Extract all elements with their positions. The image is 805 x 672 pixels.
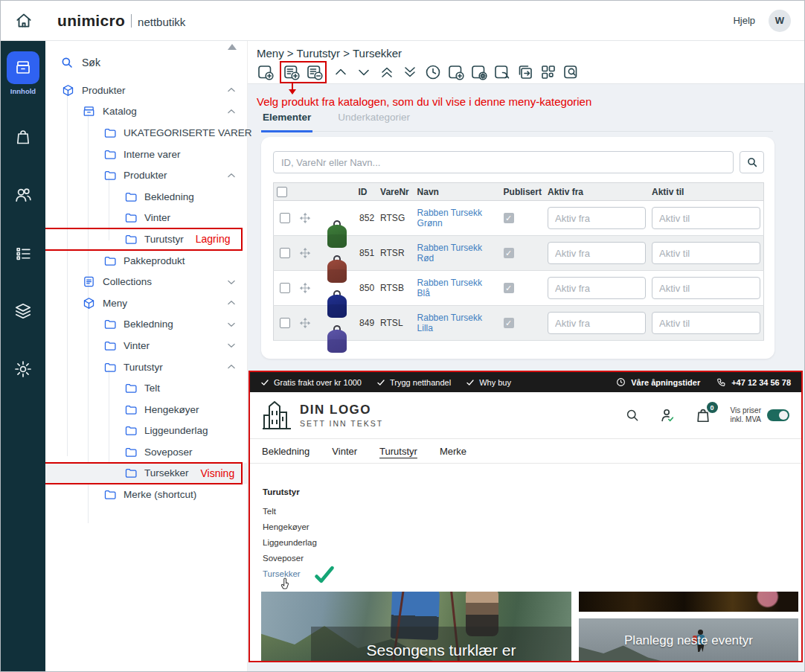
aktiv-fra-input[interactable]: [548, 312, 646, 334]
tree-item-meny[interactable]: Meny: [45, 292, 247, 314]
aktiv-fra-input[interactable]: [548, 242, 646, 264]
chevron-up-icon[interactable]: [226, 298, 237, 308]
search-input[interactable]: [273, 151, 734, 173]
aktiv-til-input[interactable]: [652, 242, 760, 264]
published-checkbox[interactable]: ✓: [504, 213, 514, 223]
chevron-up-icon[interactable]: [226, 85, 237, 95]
storefront-search-icon[interactable]: [625, 408, 640, 423]
chevron-down-icon[interactable]: [226, 340, 237, 351]
published-checkbox[interactable]: ✓: [504, 283, 514, 293]
home-icon[interactable]: [13, 10, 35, 32]
dropdown-item-soveposer[interactable]: Soveposer: [263, 554, 304, 563]
chevron-down-icon[interactable]: [226, 319, 237, 330]
drag-move-icon[interactable]: [299, 282, 316, 294]
tree-item-produkter[interactable]: Produkter: [45, 80, 247, 101]
tree-item-turutstyr[interactable]: Turutstyr: [45, 356, 247, 378]
tree-item-turutstyr[interactable]: TurutstyrLagring: [45, 228, 247, 250]
storefront-cart-icon[interactable]: 0: [695, 407, 711, 423]
tree-item-tursekker[interactable]: TursekkerVisning: [45, 463, 247, 484]
rail-item-layers-icon[interactable]: [7, 295, 39, 327]
folder-settings-icon[interactable]: [470, 63, 488, 81]
tree-item-produkter[interactable]: Produkter: [45, 164, 247, 186]
row-checkbox[interactable]: [280, 283, 290, 293]
published-checkbox[interactable]: ✓: [504, 318, 514, 328]
price-toggle[interactable]: Vis priser inkl. MVA: [731, 406, 790, 425]
aktiv-til-input[interactable]: [652, 312, 760, 334]
dropdown-item-telt[interactable]: Telt: [263, 507, 276, 516]
row-checkbox[interactable]: [280, 213, 290, 223]
storefront-nav-merke[interactable]: Merke: [440, 446, 466, 457]
storefront-nav-turutstyr[interactable]: Turutstyr: [379, 446, 417, 457]
preview-search-icon[interactable]: [562, 63, 580, 81]
tree-item-telt[interactable]: Telt: [45, 377, 247, 399]
toggle-switch-icon[interactable]: [767, 409, 789, 421]
move-bottom-icon[interactable]: [401, 63, 419, 81]
copy-move-icon[interactable]: [516, 63, 534, 81]
tree-item-vinter[interactable]: Vinter: [45, 208, 247, 229]
product-name-link[interactable]: Rabben Tursekk Lilla: [417, 313, 482, 333]
tree-item-liggeunderlag[interactable]: Liggeunderlag: [45, 420, 247, 442]
move-down-icon[interactable]: [355, 63, 373, 81]
storefront-nav-bekledning[interactable]: Bekledning: [262, 446, 310, 457]
move-up-icon[interactable]: [332, 63, 350, 81]
drag-move-icon[interactable]: [299, 317, 316, 329]
chevron-up-icon[interactable]: [226, 362, 237, 372]
tree-item-collections[interactable]: Collections: [45, 271, 247, 292]
rail-item-shopping-bag-icon[interactable]: [7, 121, 39, 153]
aktiv-fra-input[interactable]: [548, 207, 646, 229]
drag-move-icon[interactable]: [299, 212, 316, 224]
tree-item-bekledning[interactable]: Bekledning: [45, 314, 247, 336]
chevron-up-icon[interactable]: [226, 170, 237, 181]
dropdown-item-tursekker[interactable]: Tursekker: [263, 569, 301, 578]
aktiv-til-input[interactable]: [652, 207, 760, 229]
dropdown-item-liggeunderlag[interactable]: Liggeunderlag: [263, 538, 317, 547]
phone-number[interactable]: +47 12 34 56 78: [716, 377, 791, 387]
rail-item-bullet-list-icon[interactable]: [7, 237, 39, 269]
storefront-nav-vinter[interactable]: Vinter: [332, 446, 357, 457]
tree-item-merke-shortcut-[interactable]: Merke (shortcut): [45, 484, 247, 505]
product-name-link[interactable]: Rabben Tursekk Blå: [417, 278, 482, 298]
add-list-item-icon[interactable]: [283, 63, 301, 81]
storefront-account-icon[interactable]: [659, 407, 676, 423]
tab-elementer[interactable]: Elementer: [261, 112, 312, 132]
chevron-up-icon[interactable]: [226, 106, 237, 117]
tree-item-ukategoriserte-varer[interactable]: UKATEGORISERTE VARER: [45, 122, 247, 144]
rail-item-users-icon[interactable]: [7, 179, 39, 211]
product-name-link[interactable]: Rabben Tursekk Grønn: [417, 208, 482, 228]
remove-list-item-icon[interactable]: [306, 63, 324, 81]
history-clock-icon[interactable]: [424, 63, 442, 81]
tree-item-katalog[interactable]: Katalog: [45, 101, 247, 123]
tree-item-interne-varer[interactable]: Interne varer: [45, 144, 247, 165]
search-button[interactable]: [740, 151, 764, 173]
opening-hours[interactable]: Våre åpningstider: [616, 377, 700, 387]
rail-item-gear-icon[interactable]: [7, 353, 39, 385]
published-checkbox[interactable]: ✓: [504, 248, 514, 258]
row-checkbox[interactable]: [280, 248, 290, 258]
aktiv-til-input[interactable]: [652, 277, 760, 299]
row-checkbox[interactable]: [280, 318, 290, 328]
hero-banner-right-top[interactable]: [579, 592, 798, 612]
hero-banner-left[interactable]: Sesongens turklær er: [261, 592, 571, 662]
select-all-checkbox[interactable]: [277, 187, 287, 197]
scroll-up-icon[interactable]: [228, 44, 237, 50]
move-top-icon[interactable]: [378, 63, 396, 81]
rail-item-innhold[interactable]: Innhold: [7, 51, 39, 95]
aktiv-fra-input[interactable]: [548, 277, 646, 299]
tree-item-hengek-yer[interactable]: Hengekøyer: [45, 399, 247, 420]
add-folder-icon[interactable]: [447, 63, 465, 81]
help-link[interactable]: Hjelp: [733, 15, 755, 26]
product-name-link[interactable]: Rabben Tursekk Rød: [417, 243, 482, 263]
drag-move-icon[interactable]: [299, 247, 316, 259]
tree-item-soveposer[interactable]: Soveposer: [45, 441, 247, 463]
export-folder-icon[interactable]: [493, 63, 511, 81]
tree-item-vinter[interactable]: Vinter: [45, 335, 247, 356]
chevron-down-icon[interactable]: [226, 277, 237, 287]
tree-item-bekledning[interactable]: Bekledning: [45, 186, 247, 208]
dropdown-item-hengekøyer[interactable]: Hengekøyer: [263, 522, 310, 531]
hero-banner-right-bottom[interactable]: Planlegg neste eventyr: [579, 618, 798, 662]
tree-item-pakkeprodukt[interactable]: Pakkeprodukt: [45, 250, 247, 272]
tree-search[interactable]: Søk: [45, 41, 247, 80]
add-page-icon[interactable]: [257, 63, 275, 81]
tab-underkategorier[interactable]: Underkategorier: [336, 112, 411, 131]
user-avatar[interactable]: W: [769, 10, 791, 32]
